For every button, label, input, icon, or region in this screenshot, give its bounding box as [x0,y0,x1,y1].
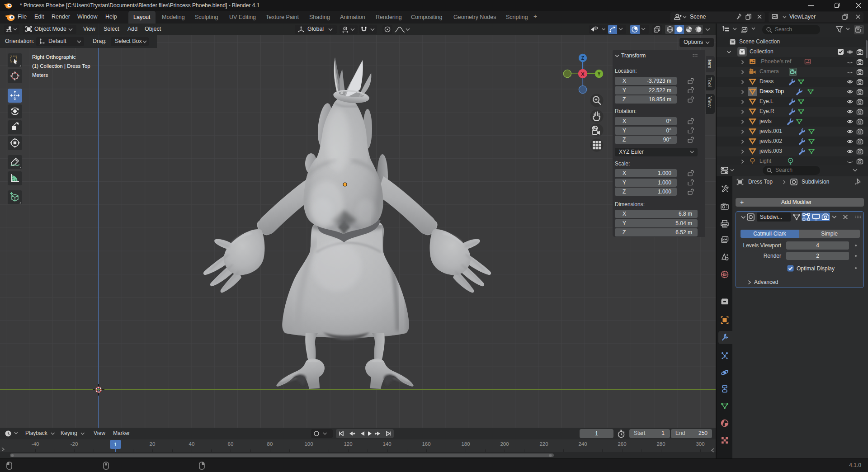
svg-text:X: X [581,71,585,77]
svg-text:Y: Y [597,71,600,76]
svg-text:Z: Z [581,55,585,61]
